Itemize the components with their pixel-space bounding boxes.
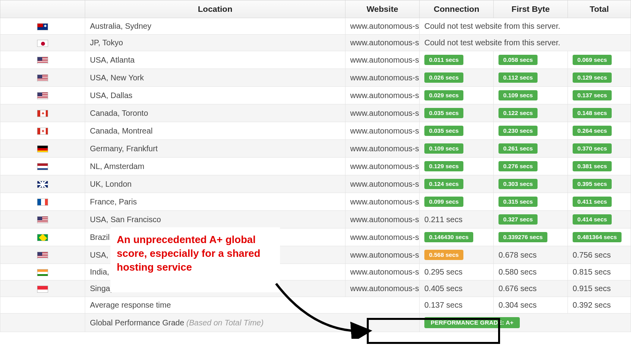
table-row: JP, Tokyowww.autonomous-shoes-canada-hg.… [0, 35, 631, 51]
flag-cell [0, 69, 85, 87]
average-value: 0.137 secs [420, 297, 494, 314]
timing-badge: 0.137 secs [573, 90, 612, 100]
table-row: USA, Atlantawww.autonomous-shoes-canada-… [0, 51, 631, 69]
metric-cell: 0.011 secs [420, 51, 494, 69]
flag-cell [0, 87, 85, 104]
timing-badge: 0.109 secs [498, 90, 538, 100]
location-cell: Canada, Montreal [85, 122, 345, 140]
flag-cell [0, 51, 85, 69]
table-row: USA, Los Angeleswww.autonomous-shoes-can… [0, 246, 631, 264]
flag-icon [37, 92, 48, 99]
location-cell: Canada, Toronto [85, 104, 345, 122]
timing-badge: 0.109 secs [424, 143, 463, 154]
flag-cell [0, 193, 85, 211]
timing-badge: 0.327 secs [498, 214, 538, 225]
domain-text: www.autonomous-shoes-canada-hg.com [350, 197, 420, 206]
metric-cell: 0.915 secs [568, 280, 631, 297]
header-location: Location [85, 0, 345, 18]
timing-text: 0.580 secs [498, 267, 537, 276]
metric-cell: 0.137 secs [568, 87, 631, 104]
flag-cell [0, 280, 85, 297]
table-row: USA, Dallaswww.autonomous-shoes-canada-h… [0, 87, 631, 104]
table-row: Singaporewww.autonomous-shoes-canada-hg.… [0, 280, 631, 297]
error-cell: Could not test website from this server. [420, 35, 631, 51]
average-value: 0.304 secs [494, 297, 568, 314]
blank-cell [0, 314, 85, 332]
flag-icon [37, 269, 48, 276]
metric-cell: 0.146430 secs [420, 228, 494, 246]
header-first-byte: First Byte [494, 0, 568, 18]
timing-text: 0.815 secs [573, 267, 611, 276]
metric-cell: 0.411 secs [568, 193, 631, 211]
table-row: Australia, Sydneywww.autonomous-shoes-ca… [0, 18, 631, 35]
metric-cell: 0.026 secs [420, 69, 494, 87]
flag-cell [0, 104, 85, 122]
timing-badge: 0.568 secs [424, 250, 463, 260]
domain-text: www.autonomous-shoes-canada-hg.com [350, 38, 420, 47]
timing-badge: 0.099 secs [424, 197, 463, 207]
flag-icon [37, 110, 48, 117]
table-row: Canada, Torontowww.autonomous-shoes-cana… [0, 104, 631, 122]
website-cell: www.autonomous-shoes-canada-hg.com (213.… [345, 264, 420, 280]
timing-text: 0.211 secs [424, 215, 463, 224]
flag-icon [37, 286, 48, 293]
flag-cell [0, 35, 85, 51]
domain-text: www.autonomous-shoes-canada-hg.com [350, 251, 420, 259]
table-row: UK, Londonwww.autonomous-shoes-canada-hg… [0, 175, 631, 193]
metric-cell: 0.315 secs [494, 193, 568, 211]
flag-cell [0, 228, 85, 246]
flag-icon [37, 74, 48, 82]
timing-badge: 0.146430 secs [424, 232, 473, 242]
flag-cell [0, 18, 85, 35]
flag-icon [37, 23, 48, 30]
domain-text: www.autonomous-shoes-canada-hg.com [350, 144, 420, 153]
timing-text: 0.915 secs [573, 284, 611, 293]
timing-badge: 0.264 secs [573, 126, 612, 136]
metric-cell: 0.029 secs [420, 87, 494, 104]
error-cell: Could not test website from this server. [420, 18, 631, 35]
metric-cell: 0.339276 secs [494, 228, 568, 246]
metric-cell: 0.058 secs [494, 51, 568, 69]
website-cell: www.autonomous-shoes-canada-hg.com (213.… [345, 228, 420, 246]
grade-label: Global Performance Grade [90, 318, 187, 327]
timing-badge: 0.395 secs [573, 179, 612, 189]
timing-badge: 0.230 secs [498, 126, 538, 136]
metric-cell: 0.481364 secs [568, 228, 631, 246]
annotation-highlight-box [367, 318, 500, 344]
flag-icon [37, 199, 48, 206]
metric-cell: 0.327 secs [494, 211, 568, 228]
header-connection: Connection [420, 0, 494, 18]
metric-cell: 0.756 secs [568, 246, 631, 264]
location-cell: USA, Dallas [85, 87, 345, 104]
domain-text: www.autonomous-shoes-canada-hg.com [350, 215, 420, 224]
metric-cell: 0.676 secs [494, 280, 568, 297]
flag-icon [37, 145, 48, 152]
metric-cell: 0.414 secs [568, 211, 631, 228]
flag-icon [37, 128, 48, 135]
domain-text: www.autonomous-shoes-canada-hg.com [350, 180, 420, 188]
timing-badge: 0.124 secs [424, 179, 463, 189]
location-cell: JP, Tokyo [85, 35, 345, 51]
website-cell: www.autonomous-shoes-canada-hg.com (213.… [345, 211, 420, 228]
metric-cell: 0.211 secs [420, 211, 494, 228]
website-cell: www.autonomous-shoes-canada-hg.com (213.… [345, 246, 420, 264]
blank-cell [0, 297, 85, 314]
timing-badge: 0.122 secs [498, 108, 538, 118]
metric-cell: 0.264 secs [568, 122, 631, 140]
metric-cell: 0.405 secs [420, 280, 494, 297]
timing-badge: 0.261 secs [498, 143, 538, 154]
website-cell: www.autonomous-shoes-canada-hg.com (unkn… [345, 35, 420, 51]
metric-cell: 0.295 secs [420, 264, 494, 280]
domain-text: www.autonomous-shoes-canada-hg.com [350, 126, 420, 135]
metric-cell: 0.112 secs [494, 69, 568, 87]
website-cell: www.autonomous-shoes-canada-hg.com (213.… [345, 140, 420, 158]
metric-cell: 0.035 secs [420, 122, 494, 140]
latency-table: Location Website Connection First Byte T… [0, 0, 631, 332]
header-total: Total [568, 0, 631, 18]
timing-badge: 0.129 secs [424, 161, 463, 171]
timing-badge: 0.148 secs [573, 108, 612, 118]
metric-cell: 0.148 secs [568, 104, 631, 122]
timing-badge: 0.276 secs [498, 161, 538, 171]
domain-text: www.autonomous-shoes-canada-hg.com [350, 73, 420, 82]
average-value: 0.392 secs [568, 297, 631, 314]
